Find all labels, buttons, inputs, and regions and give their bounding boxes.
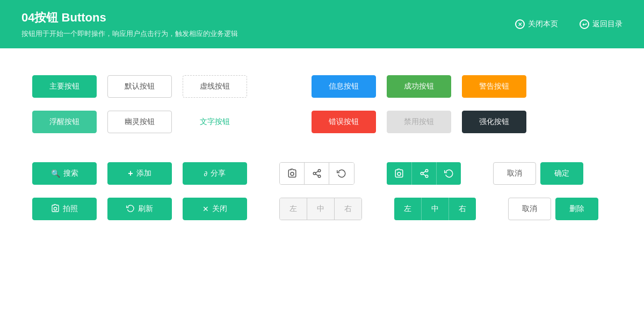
svg-point-7 xyxy=(425,170,428,172)
svg-point-2 xyxy=(313,172,316,175)
page-title: 04按钮 Buttons xyxy=(21,10,238,26)
camera-icon-btn-colored[interactable] xyxy=(387,162,411,185)
svg-line-5 xyxy=(315,171,318,173)
header-left: 04按钮 Buttons 按钮用于开始一个即时操作，响应用户点击行为，触发相应的… xyxy=(21,10,238,39)
icon-buttons-row2: 拍照 刷新 ✕ 关闭 左 中 右 左 中 右 取消 xyxy=(32,198,612,220)
info-button[interactable]: 信息按钮 xyxy=(312,75,376,98)
segment-right-outlined[interactable]: 右 xyxy=(335,198,361,220)
hover-button[interactable]: 浮醒按钮 xyxy=(32,111,97,133)
header-right: ✕ 关闭本页 ↩ 返回目录 xyxy=(515,19,623,29)
error-button[interactable]: 错误按钮 xyxy=(312,111,376,133)
icon-buttons-row1: 🔍 搜索 + 添加 ∂ 分享 xyxy=(32,162,612,185)
refresh-button[interactable]: 刷新 xyxy=(107,198,172,220)
refresh-icon-btn-outlined[interactable] xyxy=(329,163,354,184)
svg-point-3 xyxy=(318,175,321,178)
svg-point-9 xyxy=(425,175,428,178)
cancel-button-1[interactable]: 取消 xyxy=(493,162,536,185)
svg-point-12 xyxy=(54,207,56,210)
svg-line-11 xyxy=(423,171,425,173)
text-button[interactable]: 文字按钮 xyxy=(183,111,247,133)
svg-line-4 xyxy=(315,174,318,176)
camera-icon-btn-outlined[interactable] xyxy=(280,163,305,184)
cancel-confirm-pair: 取消 确定 xyxy=(493,162,583,185)
strong-button[interactable]: 强化按钮 xyxy=(462,111,526,133)
page-header: 04按钮 Buttons 按钮用于开始一个即时操作，响应用户点击行为，触发相应的… xyxy=(0,0,644,48)
svg-point-1 xyxy=(318,170,321,172)
back-icon: ↩ xyxy=(580,19,589,29)
close-icon: ✕ xyxy=(515,19,525,29)
share-icon-btn-outlined[interactable] xyxy=(305,163,329,184)
dashed-button[interactable]: 虚线按钮 xyxy=(183,75,247,98)
share-button[interactable]: ∂ 分享 xyxy=(183,162,247,185)
segment-right-colored[interactable]: 右 xyxy=(448,198,476,220)
icon-group-outlined xyxy=(279,162,354,185)
icon-group-colored xyxy=(387,162,461,185)
success-button[interactable]: 成功按钮 xyxy=(387,75,451,98)
svg-point-8 xyxy=(421,172,423,175)
camera-icon xyxy=(51,204,60,214)
segment-group-outlined: 左 中 右 xyxy=(279,198,362,220)
ghost-button[interactable]: 幽灵按钮 xyxy=(107,111,172,133)
add-icon: + xyxy=(128,169,133,178)
primary-button[interactable]: 主要按钮 xyxy=(32,75,97,98)
warning-button[interactable]: 警告按钮 xyxy=(462,75,526,98)
cancel-delete-pair: 取消 删除 xyxy=(508,198,598,220)
segment-left-outlined[interactable]: 左 xyxy=(280,198,307,220)
segment-group-colored: 左 中 右 xyxy=(394,198,476,220)
basic-buttons-row1: 主要按钮 默认按钮 虚线按钮 信息按钮 成功按钮 警告按钮 xyxy=(32,75,612,98)
basic-buttons-row2: 浮醒按钮 幽灵按钮 文字按钮 错误按钮 禁用按钮 强化按钮 xyxy=(32,111,612,133)
close-button[interactable]: ✕ 关闭 xyxy=(183,198,247,220)
add-button[interactable]: + 添加 xyxy=(107,162,172,185)
segment-center-colored[interactable]: 中 xyxy=(421,198,448,220)
back-to-index-button[interactable]: ↩ 返回目录 xyxy=(580,19,623,29)
refresh-icon xyxy=(126,204,135,214)
cancel-button-2[interactable]: 取消 xyxy=(508,198,551,220)
share-icon-btn-colored[interactable] xyxy=(411,162,436,185)
segment-left-colored[interactable]: 左 xyxy=(394,198,421,220)
svg-point-0 xyxy=(291,172,294,176)
segment-center-outlined[interactable]: 中 xyxy=(307,198,335,220)
page-subtitle: 按钮用于开始一个即时操作，响应用户点击行为，触发相应的业务逻辑 xyxy=(21,29,238,39)
search-button[interactable]: 🔍 搜索 xyxy=(32,162,97,185)
close-x-icon: ✕ xyxy=(202,205,209,213)
disabled-button: 禁用按钮 xyxy=(387,111,451,133)
default-button[interactable]: 默认按钮 xyxy=(107,75,172,98)
svg-point-6 xyxy=(397,172,401,176)
delete-button[interactable]: 删除 xyxy=(555,198,598,220)
photo-button[interactable]: 拍照 xyxy=(32,198,97,220)
refresh-icon-btn-colored[interactable] xyxy=(436,162,461,185)
main-content: 主要按钮 默认按钮 虚线按钮 信息按钮 成功按钮 警告按钮 浮醒按钮 幽灵按钮 … xyxy=(0,48,644,326)
confirm-button[interactable]: 确定 xyxy=(540,162,583,185)
svg-line-10 xyxy=(423,174,425,176)
search-icon: 🔍 xyxy=(51,169,60,178)
share-icon: ∂ xyxy=(204,170,207,178)
close-page-button[interactable]: ✕ 关闭本页 xyxy=(515,19,558,29)
